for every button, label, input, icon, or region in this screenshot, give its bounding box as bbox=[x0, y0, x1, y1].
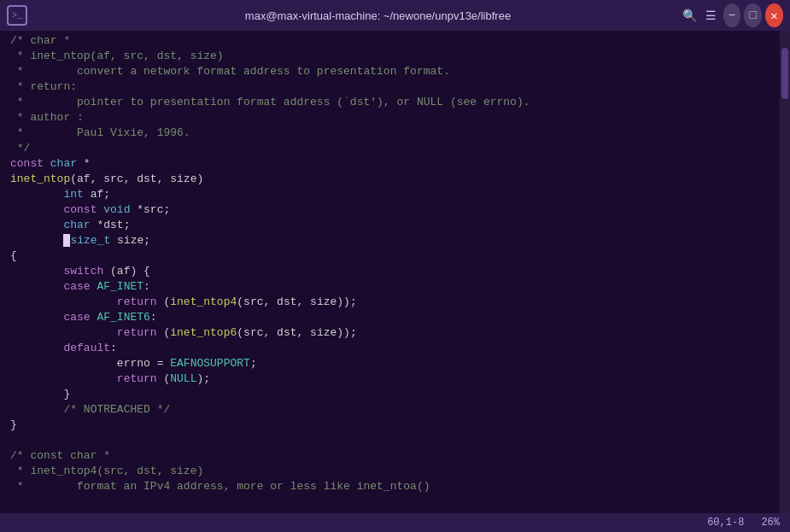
code-line: return (inet_ntop4(src, dst, size)); bbox=[0, 295, 780, 311]
code-text bbox=[10, 295, 117, 308]
code-text: ; bbox=[250, 357, 257, 370]
code-text: default bbox=[63, 342, 110, 354]
code-line: * Paul Vixie, 1996. bbox=[0, 126, 780, 142]
statusbar: 60,1-8 26% bbox=[0, 513, 790, 532]
terminal-symbol: >_ bbox=[12, 11, 22, 20]
titlebar-title: max@max-virtual-machine: ~/newone/unpv13… bbox=[245, 9, 511, 22]
main-area: /* char * * inet_ntop(af, src, dst, size… bbox=[0, 31, 790, 513]
code-text: inet_ntop6 bbox=[170, 326, 237, 339]
code-line: char *dst; bbox=[0, 219, 780, 234]
code-text: size; bbox=[117, 234, 150, 247]
titlebar: >_ max@max-virtual-machine: ~/newone/unp… bbox=[0, 0, 790, 31]
code-text: case bbox=[63, 311, 97, 324]
code-line: * return: bbox=[0, 80, 780, 96]
code-line: * format an IPv4 address, more or less l… bbox=[0, 480, 780, 495]
code-text: ( bbox=[237, 295, 243, 308]
code-line: /* const char * bbox=[0, 449, 780, 465]
code-line: return (NULL); bbox=[0, 372, 780, 388]
code-line: errno = EAFNOSUPPORT; bbox=[0, 357, 780, 372]
code-text: ( bbox=[110, 265, 117, 278]
code-line: default: bbox=[0, 342, 780, 357]
code-line: const void *src; bbox=[0, 203, 780, 219]
code-line: case AF_INET6: bbox=[0, 311, 780, 326]
code-text: ( bbox=[163, 372, 170, 385]
code-text: = bbox=[157, 357, 171, 370]
code-line: switch (af) { bbox=[0, 265, 780, 280]
code-text: return bbox=[117, 295, 164, 308]
code-line: * pointer to presentation format address… bbox=[0, 96, 780, 111]
code-text: errno bbox=[117, 357, 157, 370]
code-text: inet_ntop bbox=[10, 172, 70, 185]
code-text: * author : bbox=[10, 111, 84, 124]
code-text: /* char * bbox=[10, 34, 70, 47]
code-text: )); bbox=[336, 295, 356, 308]
code-text: * bbox=[84, 157, 91, 170]
scroll-percent: 26% bbox=[761, 517, 780, 529]
code-text: )); bbox=[336, 326, 356, 339]
code-text bbox=[10, 280, 63, 293]
code-text: void bbox=[103, 203, 137, 216]
code-text: const bbox=[63, 203, 103, 216]
code-line: * author : bbox=[0, 111, 780, 126]
code-text: af, src, dst, size bbox=[77, 172, 196, 185]
code-text: return bbox=[117, 372, 164, 385]
code-text: } bbox=[10, 418, 17, 431]
titlebar-controls: 🔍 ☰ − □ ✕ bbox=[681, 3, 783, 27]
code-text: ) bbox=[196, 172, 203, 185]
code-text: * bbox=[137, 203, 143, 216]
titlebar-left: >_ bbox=[7, 5, 75, 26]
code-line: * inet_ntop4(src, dst, size) bbox=[0, 465, 780, 480]
code-text: src, dst, size bbox=[243, 326, 336, 339]
code-text: ); bbox=[196, 372, 210, 385]
code-text: ( bbox=[237, 326, 243, 339]
code-editor[interactable]: /* char * * inet_ntop(af, src, dst, size… bbox=[0, 31, 780, 513]
code-text: af; bbox=[91, 188, 110, 201]
code-text bbox=[10, 403, 63, 416]
code-text bbox=[10, 342, 63, 354]
code-text: * inet_ntop(af, src, dst, size) bbox=[10, 50, 224, 62]
code-text: * convert a network format address to pr… bbox=[10, 65, 450, 78]
code-text: ( bbox=[163, 295, 170, 308]
scrollbar-thumb[interactable] bbox=[781, 48, 788, 99]
code-text: size_t bbox=[70, 234, 117, 247]
code-line: size_t size; bbox=[0, 234, 780, 249]
code-text: * Paul Vixie, 1996. bbox=[10, 126, 190, 139]
code-text: char bbox=[50, 157, 84, 170]
code-line: } bbox=[0, 388, 780, 403]
code-text bbox=[10, 326, 117, 339]
code-text bbox=[10, 219, 63, 231]
code-line: * inet_ntop(af, src, dst, size) bbox=[0, 50, 780, 65]
minimize-button[interactable]: − bbox=[723, 3, 741, 27]
code-text bbox=[10, 203, 63, 216]
close-button[interactable]: ✕ bbox=[765, 3, 783, 27]
terminal-icon: >_ bbox=[7, 5, 27, 26]
code-text bbox=[10, 388, 63, 400]
code-line: return (inet_ntop6(src, dst, size)); bbox=[0, 326, 780, 342]
cursor-position: 60,1-8 bbox=[707, 517, 744, 529]
code-text: EAFNOSUPPORT bbox=[170, 357, 250, 370]
code-text: ( bbox=[163, 326, 170, 339]
menu-button[interactable]: ☰ bbox=[702, 3, 720, 27]
search-button[interactable]: 🔍 bbox=[681, 3, 699, 27]
code-text: dst; bbox=[103, 219, 130, 231]
code-text: ) { bbox=[130, 265, 149, 278]
maximize-button[interactable]: □ bbox=[744, 3, 762, 27]
code-line: * convert a network format address to pr… bbox=[0, 65, 780, 80]
code-text: : bbox=[143, 280, 150, 293]
code-text: switch bbox=[63, 265, 110, 278]
code-line: /* char * bbox=[0, 34, 780, 50]
code-text: int bbox=[63, 188, 90, 201]
code-text: * inet_ntop4(src, dst, size) bbox=[10, 465, 203, 477]
code-text: AF_INET6 bbox=[97, 311, 149, 324]
code-text: * bbox=[97, 219, 103, 231]
code-line bbox=[0, 434, 780, 449]
code-text bbox=[10, 188, 63, 201]
code-line: /* NOTREACHED */ bbox=[0, 403, 780, 418]
code-text: NULL bbox=[170, 372, 196, 385]
scrollbar[interactable] bbox=[780, 31, 790, 513]
code-text: * pointer to presentation format address… bbox=[10, 96, 530, 108]
code-text bbox=[10, 311, 63, 324]
code-line: */ bbox=[0, 142, 780, 157]
code-text: src; bbox=[143, 203, 170, 216]
code-text bbox=[10, 265, 63, 278]
